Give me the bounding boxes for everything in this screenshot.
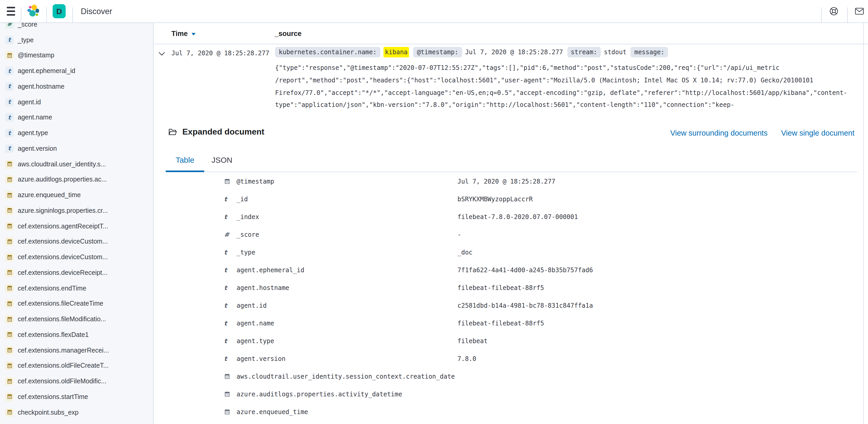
sidebar-field-item[interactable]: cef.extensions.deviceCustom... [0, 234, 153, 250]
doc-table-header: Time _source [154, 23, 868, 44]
date-field-type-icon [5, 206, 13, 215]
sidebar-field-item[interactable]: cef.extensions.deviceReceipt... [0, 265, 153, 281]
sidebar-field-item[interactable]: tagent.hostname [0, 79, 153, 94]
sidebar-field-item[interactable]: cef.extensions.oldFileModific... [0, 374, 153, 389]
sidebar-field-item[interactable]: cef.extensions.managerRecei... [0, 343, 153, 358]
menu-icon[interactable] [7, 7, 16, 16]
detail-field-name: agent.id [237, 302, 458, 309]
detail-table-row[interactable]: t_indexfilebeat-7.8.0-2020.07.07-000001 [154, 208, 857, 226]
document-detail-table: @timestampJul 7, 2020 @ 18:25:28.277t_id… [154, 173, 857, 421]
sidebar-field-label: cef.extensions.startTime [18, 393, 88, 400]
page-scrollbar[interactable] [863, 23, 864, 424]
detail-table-row[interactable]: tagent.idc2581dbd-b14a-4981-bc78-831c847… [154, 297, 857, 314]
sidebar-field-label: cef.extensions.deviceCustom... [18, 238, 108, 245]
string-field-type-icon: t [224, 213, 237, 221]
string-field-type-icon: t [224, 337, 237, 345]
date-field-type-icon [5, 331, 13, 339]
sidebar-field-item[interactable]: checkpoint.subs_exp [0, 405, 153, 420]
sidebar-field-item[interactable]: cef.extensions.flexDate1 [0, 327, 153, 343]
string-field-type-icon: t [224, 320, 237, 327]
detail-table-row[interactable]: azure.auditlogs.properties.activity_date… [154, 386, 857, 403]
string-field-type-icon: t [5, 36, 13, 44]
sidebar-field-item[interactable]: cef.extensions.fileCreateTime [0, 296, 153, 312]
doc-timestamp-cell: Jul 7, 2020 @ 18:25:28.277 [172, 49, 269, 58]
detail-field-name: _type [237, 249, 458, 256]
detail-field-name: agent.name [237, 320, 458, 327]
doc-message: {"type":"response","@timestamp":"2020-07… [275, 62, 852, 112]
sidebar-field-item[interactable]: @timestamp [0, 48, 153, 63]
source-column-header: _source [275, 23, 302, 44]
active-tab-underline [166, 171, 204, 172]
date-field-type-icon [224, 409, 237, 415]
date-field-type-icon [5, 362, 13, 370]
sidebar-field-item[interactable]: aws.cloudtrail.user_identity.s... [0, 157, 153, 172]
sidebar-field-item[interactable]: tagent.version [0, 141, 153, 157]
sidebar-field-item[interactable]: cef.extensions.startTime [0, 389, 153, 405]
sidebar-field-item[interactable]: cef.extensions.deviceCustom... [0, 250, 153, 265]
time-column-header[interactable]: Time [172, 23, 197, 44]
date-field-type-icon [5, 393, 13, 401]
date-field-type-icon [5, 315, 13, 323]
detail-field-value: 7.8.0 [458, 355, 476, 363]
tab-table[interactable]: Table [166, 148, 204, 171]
detail-table-row[interactable]: tagent.hostnamefilebeat-filebeat-88rf5 [154, 279, 857, 297]
detail-table-row[interactable]: tagent.typefilebeat [154, 332, 857, 350]
detail-table-row[interactable]: t_type_doc [154, 244, 857, 261]
sidebar-field-label: cef.extensions.deviceReceipt... [18, 269, 107, 276]
sidebar-field-label: cef.extensions.deviceCustom... [18, 253, 108, 261]
detail-table-row[interactable]: #_score- [154, 226, 857, 244]
sidebar-field-label: agent.version [18, 145, 57, 152]
source-pair: kubernetes.container.name:kibana [275, 47, 409, 57]
detail-field-name: agent.hostname [237, 284, 458, 291]
header-divider [72, 7, 73, 22]
sidebar-field-label: agent.ephemeral_id [18, 67, 75, 75]
detail-table-row[interactable]: tagent.ephemeral_id7f1fa622-4a41-4d00-a2… [154, 261, 857, 279]
source-pair: stream:stdout [567, 47, 626, 57]
sidebar-field-item[interactable]: #_score [0, 23, 153, 32]
date-field-type-icon [5, 346, 13, 355]
sidebar-field-item[interactable]: azure.signinlogs.properties.cr... [0, 203, 153, 219]
view-surrounding-documents-link[interactable]: View surrounding documents [670, 129, 768, 137]
sidebar-field-item[interactable]: tagent.name [0, 110, 153, 125]
sidebar-field-item[interactable]: cef.extensions.fileModificatio... [0, 312, 153, 327]
elastic-logo[interactable] [26, 4, 41, 18]
sidebar-field-item[interactable]: cef.extensions.endTime [0, 281, 153, 296]
number-field-type-icon: # [224, 231, 237, 238]
detail-field-name: _score [237, 231, 458, 238]
sidebar-field-item[interactable]: cef.extensions.oldFileCreateT... [0, 358, 153, 374]
collapse-row-icon[interactable] [157, 50, 166, 56]
sidebar-field-item[interactable]: tagent.ephemeral_id [0, 63, 153, 79]
detail-field-name: agent.type [237, 337, 458, 345]
detail-table-row[interactable]: @timestampJul 7, 2020 @ 18:25:28.277 [154, 173, 857, 190]
detail-table-row[interactable]: t_idbSRYKXMBWyzoppLaccrR [154, 190, 857, 208]
detail-field-name: agent.ephemeral_id [237, 266, 458, 274]
sidebar-field-item[interactable]: tagent.type [0, 125, 153, 141]
sidebar-field-label: cef.extensions.agentReceiptT... [18, 222, 108, 230]
message-line: type":"application/json","kbn-version":"… [275, 100, 852, 112]
detail-field-value: filebeat [458, 337, 488, 345]
sidebar-field-item[interactable]: azure.auditlogs.properties.ac... [0, 172, 153, 188]
sidebar-field-label: cef.extensions.managerRecei... [18, 346, 109, 354]
detail-table-row[interactable]: azure.enqueued_time [154, 403, 857, 421]
tab-json[interactable]: JSON [206, 148, 238, 171]
detail-field-value: filebeat-7.8.0-2020.07.07-000001 [458, 213, 578, 221]
view-single-document-link[interactable]: View single document [781, 129, 855, 137]
detail-field-name: agent.version [237, 355, 458, 363]
help-icon[interactable] [830, 7, 838, 17]
detail-table-row[interactable]: tagent.version7.8.0 [154, 350, 857, 368]
sidebar-field-item[interactable]: azure.enqueued_time [0, 188, 153, 203]
sidebar-field-item[interactable]: tagent.id [0, 94, 153, 110]
sidebar-field-label: _type [18, 36, 34, 44]
sidebar-field-item[interactable]: t_type [0, 32, 153, 48]
sidebar-field-label: cef.extensions.endTime [18, 284, 86, 292]
detail-field-value: _doc [458, 249, 472, 256]
sidebar-field-item[interactable]: cef.extensions.agentReceiptT... [0, 219, 153, 234]
detail-table-row[interactable]: tagent.namefilebeat-filebeat-88rf5 [154, 314, 857, 332]
detail-table-row[interactable]: aws.cloudtrail.user_identity.session_con… [154, 368, 857, 386]
newsfeed-icon[interactable] [855, 8, 864, 16]
sidebar-field-label: _score [18, 23, 37, 28]
app-header: D Discover [0, 0, 868, 23]
date-field-type-icon [5, 253, 13, 261]
sidebar-field-label: agent.name [18, 114, 52, 121]
source-field-badge: message: [631, 47, 668, 57]
